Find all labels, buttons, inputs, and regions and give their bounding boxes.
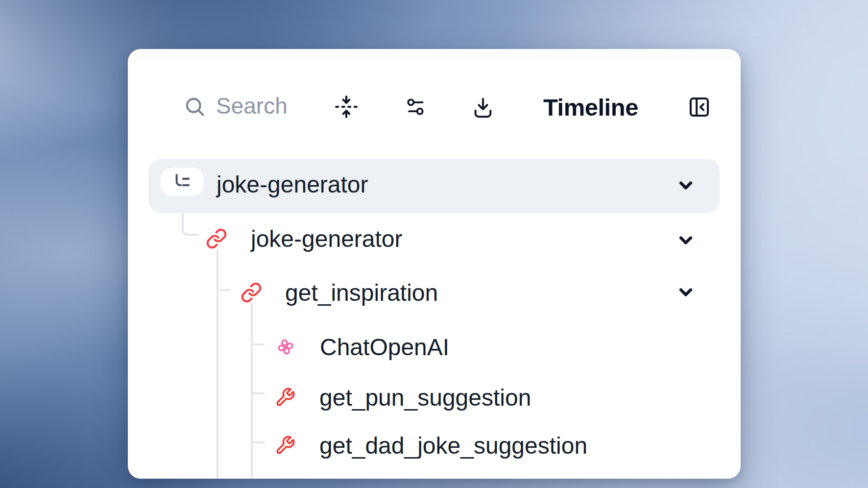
download-icon[interactable] [472, 96, 494, 119]
chevron-down-icon[interactable] [675, 281, 697, 303]
tree-connector [252, 392, 265, 394]
top-divider [136, 57, 733, 58]
tree-row-label[interactable]: get_dad_joke_suggestion [319, 432, 587, 460]
chevron-down-icon[interactable] [675, 174, 697, 196]
tree-row-label[interactable]: joke-generator [217, 171, 368, 198]
tree-connector [217, 249, 218, 479]
trace-tree-panel: Search Timeline joke-generator [128, 49, 741, 479]
search-icon[interactable] [184, 96, 206, 118]
tree-connector [217, 289, 230, 291]
chain-link-icon [241, 282, 262, 303]
tree-connector [252, 343, 265, 345]
root-icon-pill [161, 168, 204, 196]
tree-row-label[interactable]: get_inspiration [285, 279, 438, 307]
panel-left-close-icon[interactable] [687, 95, 711, 119]
filter-sliders-icon[interactable] [405, 96, 426, 118]
chevron-down-icon[interactable] [675, 229, 697, 251]
list-tree-icon [172, 171, 193, 192]
tree-row-label[interactable]: ChatOpenAI [320, 334, 449, 361]
search-input[interactable]: Search [216, 93, 288, 119]
wrench-tool-icon [275, 435, 295, 456]
wrench-tool-icon [275, 387, 295, 408]
tree-connector [251, 303, 253, 479]
tree-row-label[interactable]: joke-generator [251, 225, 403, 253]
tree-row-label[interactable]: get_pun_suggestion [319, 384, 531, 412]
chain-link-icon [206, 228, 227, 249]
timeline-toggle[interactable]: Timeline [543, 94, 638, 121]
fold-vertical-icon[interactable] [334, 95, 359, 119]
tree-connector [252, 441, 265, 443]
pinwheel-llm-icon [275, 336, 296, 358]
